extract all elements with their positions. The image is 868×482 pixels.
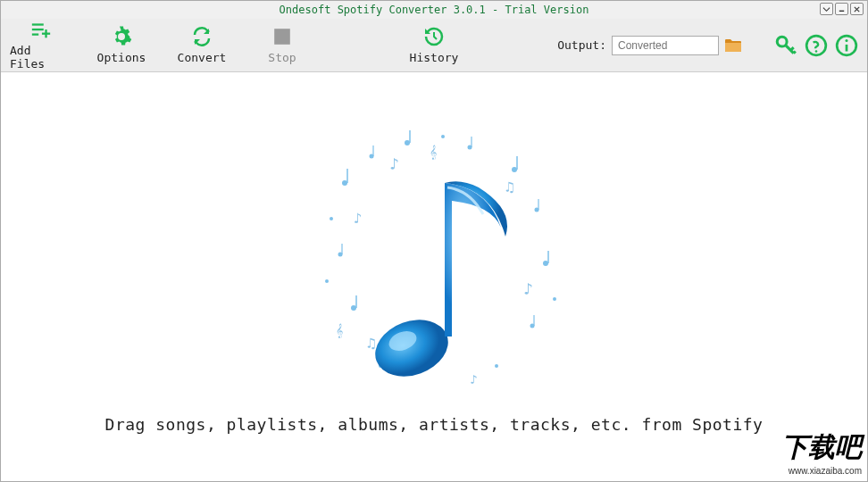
drop-area[interactable]: ♪♫ ♪♪ ♫♪ 𝄞𝄞 Drag songs, playlists, album…: [1, 72, 867, 481]
svg-text:𝄞: 𝄞: [336, 323, 343, 339]
svg-text:♫: ♫: [505, 179, 514, 195]
drop-hint-text: Drag songs, playlists, albums, artists, …: [105, 415, 764, 434]
help-button[interactable]: [805, 34, 828, 57]
window-title: Ondesoft Spotify Converter 3.0.1 - Trial…: [280, 4, 589, 16]
info-button[interactable]: [835, 34, 858, 57]
options-label: Options: [97, 51, 146, 64]
svg-text:♪: ♪: [389, 154, 399, 173]
info-icon: [835, 34, 858, 57]
window-controls: [820, 3, 864, 15]
svg-point-16: [405, 140, 410, 145]
history-label: History: [410, 51, 459, 64]
svg-point-18: [512, 167, 517, 172]
titlebar: Ondesoft Spotify Converter 3.0.1 - Trial…: [1, 1, 867, 19]
close-button[interactable]: [850, 3, 864, 15]
output-path-input[interactable]: [612, 36, 719, 55]
minimize-button[interactable]: [835, 3, 848, 15]
watermark-url: www.xiazaiba.com: [781, 466, 862, 476]
watermark: 下载吧 www.xiazaiba.com: [781, 429, 862, 476]
register-button[interactable]: [774, 34, 797, 57]
output-label: Output:: [557, 38, 606, 52]
stop-icon: [271, 26, 293, 47]
svg-point-28: [553, 297, 556, 301]
svg-point-12: [845, 39, 847, 42]
add-files-button[interactable]: Add Files: [10, 21, 72, 70]
key-icon: [774, 34, 797, 57]
svg-point-14: [342, 180, 347, 186]
svg-text:♪: ♪: [354, 210, 363, 227]
svg-point-29: [325, 279, 329, 283]
history-icon: [423, 26, 445, 47]
convert-label: Convert: [178, 51, 227, 64]
add-files-icon: [30, 21, 52, 40]
watermark-text: 下载吧: [781, 429, 862, 466]
output-section: Output:: [557, 36, 742, 55]
svg-text:♪: ♪: [470, 372, 477, 386]
music-note-graphic: ♪♫ ♪♪ ♫♪ 𝄞𝄞: [291, 120, 577, 406]
convert-icon: [191, 26, 213, 47]
browse-folder-button[interactable]: [724, 37, 742, 54]
svg-point-26: [441, 135, 445, 138]
svg-rect-7: [274, 29, 290, 45]
history-button[interactable]: History: [403, 21, 465, 70]
dropdown-button[interactable]: [820, 3, 833, 15]
options-button[interactable]: Options: [90, 21, 153, 70]
help-icon: [805, 34, 828, 57]
svg-text:♪: ♪: [523, 279, 533, 298]
convert-button[interactable]: Convert: [171, 21, 233, 70]
svg-point-20: [543, 261, 548, 266]
folder-icon: [724, 38, 742, 53]
add-files-label: Add Files: [10, 44, 72, 71]
svg-point-38: [367, 310, 455, 386]
stop-label: Stop: [268, 51, 296, 64]
stop-button: Stop: [251, 21, 313, 70]
svg-text:♫: ♫: [367, 335, 376, 352]
svg-point-6: [120, 35, 124, 39]
svg-point-27: [330, 217, 333, 220]
svg-point-24: [495, 364, 498, 368]
svg-text:𝄞: 𝄞: [430, 145, 437, 161]
svg-point-23: [351, 305, 356, 311]
right-icons: [774, 34, 858, 57]
gear-icon: [111, 26, 132, 47]
svg-point-10: [815, 50, 818, 53]
toolbar: Add Files Options Convert Stop His: [1, 19, 867, 72]
